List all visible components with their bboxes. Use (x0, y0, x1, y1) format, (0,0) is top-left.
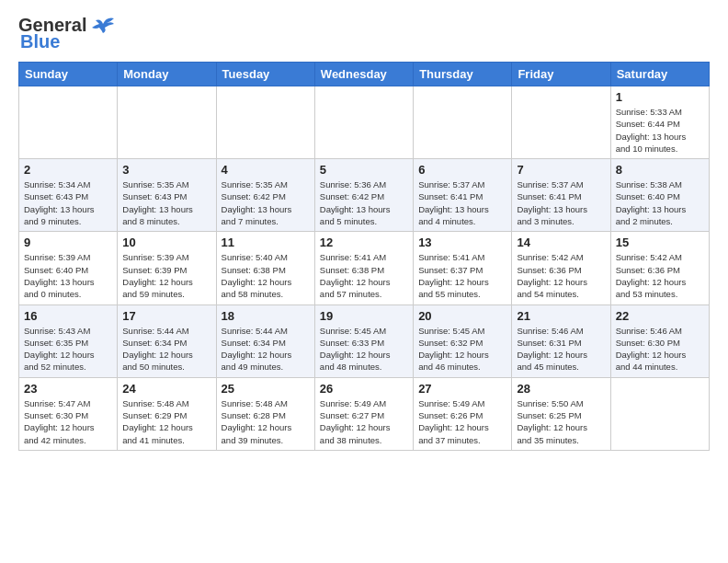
day-number: 18 (222, 309, 310, 323)
day-info: Sunrise: 5:42 AMSunset: 6:36 PMDaylight:… (517, 251, 605, 300)
calendar-cell: 10Sunrise: 5:39 AMSunset: 6:39 PMDayligh… (118, 232, 216, 304)
calendar-cell: 28Sunrise: 5:50 AMSunset: 6:25 PMDayligh… (512, 377, 610, 450)
calendar-cell: 3Sunrise: 5:35 AMSunset: 6:43 PMDaylight… (118, 159, 216, 232)
day-number: 1 (616, 90, 704, 104)
calendar-cell (216, 86, 314, 159)
day-info: Sunrise: 5:48 AMSunset: 6:29 PMDaylight:… (122, 397, 210, 446)
day-number: 5 (320, 163, 408, 177)
calendar-cell (314, 86, 413, 159)
day-info: Sunrise: 5:45 AMSunset: 6:32 PMDaylight:… (418, 325, 506, 373)
day-number: 6 (418, 163, 506, 177)
calendar-cell: 19Sunrise: 5:45 AMSunset: 6:33 PMDayligh… (314, 304, 413, 377)
calendar-week-5: 23Sunrise: 5:47 AMSunset: 6:30 PMDayligh… (19, 377, 710, 450)
day-info: Sunrise: 5:34 AMSunset: 6:43 PMDaylight:… (24, 178, 112, 227)
calendar-cell: 24Sunrise: 5:48 AMSunset: 6:29 PMDayligh… (118, 377, 216, 450)
day-number: 17 (122, 309, 210, 323)
day-number: 14 (517, 236, 605, 249)
day-info: Sunrise: 5:48 AMSunset: 6:28 PMDaylight:… (222, 397, 310, 446)
calendar-cell: 6Sunrise: 5:37 AMSunset: 6:41 PMDaylight… (414, 159, 512, 232)
calendar-cell: 14Sunrise: 5:42 AMSunset: 6:36 PMDayligh… (512, 232, 610, 304)
calendar-cell: 9Sunrise: 5:39 AMSunset: 6:40 PMDaylight… (19, 232, 118, 304)
day-info: Sunrise: 5:35 AMSunset: 6:43 PMDaylight:… (122, 178, 210, 227)
day-number: 23 (24, 382, 112, 396)
calendar-cell: 8Sunrise: 5:38 AMSunset: 6:40 PMDaylight… (610, 159, 709, 232)
calendar-cell: 4Sunrise: 5:35 AMSunset: 6:42 PMDaylight… (216, 159, 314, 232)
calendar-week-4: 16Sunrise: 5:43 AMSunset: 6:35 PMDayligh… (19, 304, 710, 377)
calendar-table: SundayMondayTuesdayWednesdayThursdayFrid… (18, 62, 710, 451)
day-number: 8 (616, 163, 704, 177)
day-number: 26 (320, 382, 408, 396)
day-info: Sunrise: 5:43 AMSunset: 6:35 PMDaylight:… (24, 325, 112, 373)
day-info: Sunrise: 5:41 AMSunset: 6:38 PMDaylight:… (320, 251, 408, 300)
day-number: 13 (418, 236, 506, 249)
calendar-cell: 27Sunrise: 5:49 AMSunset: 6:26 PMDayligh… (414, 377, 512, 450)
day-info: Sunrise: 5:47 AMSunset: 6:30 PMDaylight:… (24, 397, 112, 446)
day-info: Sunrise: 5:50 AMSunset: 6:25 PMDaylight:… (517, 397, 605, 446)
calendar-cell: 25Sunrise: 5:48 AMSunset: 6:28 PMDayligh… (216, 377, 314, 450)
weekday-header-friday: Friday (512, 63, 610, 86)
day-number: 22 (616, 309, 704, 323)
day-info: Sunrise: 5:39 AMSunset: 6:40 PMDaylight:… (24, 251, 112, 300)
day-number: 28 (517, 382, 605, 396)
day-info: Sunrise: 5:36 AMSunset: 6:42 PMDaylight:… (320, 178, 408, 227)
logo-blue: Blue (20, 31, 60, 52)
day-info: Sunrise: 5:37 AMSunset: 6:41 PMDaylight:… (418, 178, 506, 227)
day-number: 3 (122, 163, 210, 177)
day-number: 27 (418, 382, 506, 396)
day-number: 20 (418, 309, 506, 323)
calendar-cell: 12Sunrise: 5:41 AMSunset: 6:38 PMDayligh… (314, 232, 413, 304)
day-info: Sunrise: 5:39 AMSunset: 6:39 PMDaylight:… (122, 251, 210, 300)
day-info: Sunrise: 5:49 AMSunset: 6:27 PMDaylight:… (320, 397, 408, 446)
day-info: Sunrise: 5:41 AMSunset: 6:37 PMDaylight:… (418, 251, 506, 300)
calendar-cell: 7Sunrise: 5:37 AMSunset: 6:41 PMDaylight… (512, 159, 610, 232)
calendar-cell: 16Sunrise: 5:43 AMSunset: 6:35 PMDayligh… (19, 304, 118, 377)
weekday-header-wednesday: Wednesday (314, 63, 413, 86)
calendar-cell (19, 86, 118, 159)
calendar-cell (512, 86, 610, 159)
calendar-header-row: SundayMondayTuesdayWednesdayThursdayFrid… (19, 63, 710, 86)
day-number: 12 (320, 236, 408, 249)
calendar-week-3: 9Sunrise: 5:39 AMSunset: 6:40 PMDaylight… (19, 232, 710, 304)
day-info: Sunrise: 5:49 AMSunset: 6:26 PMDaylight:… (418, 397, 506, 446)
day-number: 10 (122, 236, 210, 249)
day-number: 11 (222, 236, 310, 249)
calendar-week-1: 1Sunrise: 5:33 AMSunset: 6:44 PMDaylight… (19, 86, 710, 159)
day-number: 4 (222, 163, 310, 177)
weekday-header-thursday: Thursday (414, 63, 512, 86)
day-number: 25 (222, 382, 310, 396)
day-info: Sunrise: 5:42 AMSunset: 6:36 PMDaylight:… (616, 251, 704, 300)
logo: General Blue (18, 15, 116, 52)
calendar-week-2: 2Sunrise: 5:34 AMSunset: 6:43 PMDaylight… (19, 159, 710, 232)
calendar-cell (414, 86, 512, 159)
calendar-cell: 17Sunrise: 5:44 AMSunset: 6:34 PMDayligh… (118, 304, 216, 377)
day-number: 9 (24, 236, 112, 249)
day-number: 19 (320, 309, 408, 323)
day-info: Sunrise: 5:46 AMSunset: 6:30 PMDaylight:… (616, 325, 704, 373)
calendar-cell: 11Sunrise: 5:40 AMSunset: 6:38 PMDayligh… (216, 232, 314, 304)
weekday-header-tuesday: Tuesday (216, 63, 314, 86)
calendar-cell: 18Sunrise: 5:44 AMSunset: 6:34 PMDayligh… (216, 304, 314, 377)
day-info: Sunrise: 5:44 AMSunset: 6:34 PMDaylight:… (222, 325, 310, 373)
header: General Blue (18, 15, 710, 52)
calendar-cell: 22Sunrise: 5:46 AMSunset: 6:30 PMDayligh… (610, 304, 709, 377)
day-info: Sunrise: 5:33 AMSunset: 6:44 PMDaylight:… (616, 106, 704, 155)
logo-bird-icon (90, 15, 116, 35)
page: General Blue SundayMondayTuesdayWednesda… (0, 0, 728, 465)
day-info: Sunrise: 5:45 AMSunset: 6:33 PMDaylight:… (320, 325, 408, 373)
day-number: 16 (24, 309, 112, 323)
day-number: 7 (517, 163, 605, 177)
calendar-cell: 5Sunrise: 5:36 AMSunset: 6:42 PMDaylight… (314, 159, 413, 232)
calendar-cell: 21Sunrise: 5:46 AMSunset: 6:31 PMDayligh… (512, 304, 610, 377)
day-info: Sunrise: 5:40 AMSunset: 6:38 PMDaylight:… (222, 251, 310, 300)
day-info: Sunrise: 5:44 AMSunset: 6:34 PMDaylight:… (122, 325, 210, 373)
calendar-cell: 2Sunrise: 5:34 AMSunset: 6:43 PMDaylight… (19, 159, 118, 232)
day-info: Sunrise: 5:37 AMSunset: 6:41 PMDaylight:… (517, 178, 605, 227)
day-info: Sunrise: 5:38 AMSunset: 6:40 PMDaylight:… (616, 178, 704, 227)
calendar-cell: 1Sunrise: 5:33 AMSunset: 6:44 PMDaylight… (610, 86, 709, 159)
day-info: Sunrise: 5:46 AMSunset: 6:31 PMDaylight:… (517, 325, 605, 373)
weekday-header-sunday: Sunday (19, 63, 118, 86)
calendar-cell: 26Sunrise: 5:49 AMSunset: 6:27 PMDayligh… (314, 377, 413, 450)
weekday-header-saturday: Saturday (610, 63, 709, 86)
calendar-cell: 13Sunrise: 5:41 AMSunset: 6:37 PMDayligh… (414, 232, 512, 304)
calendar-cell (610, 377, 709, 450)
